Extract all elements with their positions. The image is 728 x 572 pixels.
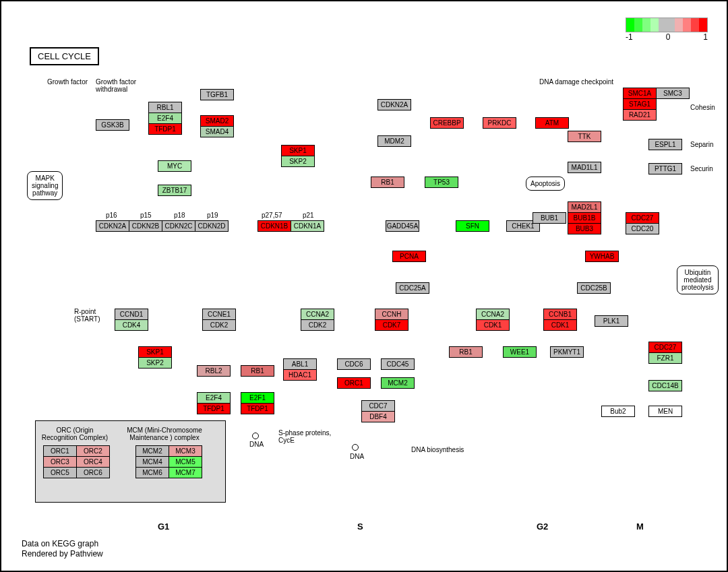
gene-GADD45A: GADD45A — [386, 220, 419, 232]
gene-CDK1: CDK1 — [543, 319, 577, 331]
gene-SKP1: SKP1 — [138, 346, 172, 358]
mcm-label: MCM (Mini-Chromosome Maintenance ) compl… — [121, 426, 208, 441]
gene-TFDP1: TFDP1 — [148, 123, 182, 135]
gene-Bub2: Bub2 — [601, 406, 635, 417]
cohesin: Cohesin — [690, 104, 715, 111]
gene-RB1: RB1 — [449, 346, 483, 358]
p19: p19 — [207, 212, 218, 219]
gene-E2F1: E2F1 — [241, 392, 274, 404]
legend-max: 1 — [703, 32, 708, 42]
gene-ORC1: ORC1 — [337, 377, 371, 389]
gene-MAD1L1: MAD1L1 — [568, 162, 601, 173]
gene-ATM: ATM — [535, 117, 569, 129]
gene-SKP2: SKP2 — [138, 357, 172, 369]
footer-2: Rendered by Pathview — [22, 549, 103, 559]
phase-g2: G2 — [537, 521, 548, 532]
phase-g1: G1 — [158, 521, 169, 532]
gene-SMAD2: SMAD2 — [200, 115, 234, 127]
gene-MCM7: MCM7 — [169, 467, 202, 478]
gene-ABL1: ABL1 — [283, 358, 317, 370]
gene-CCNH: CCNH — [375, 309, 408, 320]
gene-RBL1: RBL1 — [148, 102, 182, 113]
gene-CCNA2: CCNA2 — [301, 309, 334, 320]
gene-BUB3: BUB3 — [568, 223, 601, 234]
gene-TFDP1: TFDP1 — [241, 403, 274, 414]
dna-label-1: DNA — [249, 441, 264, 448]
mapk-box: MAPK signaling pathway — [27, 171, 63, 200]
gene-MEN: MEN — [648, 406, 682, 417]
gene-CDC14B: CDC14B — [648, 380, 682, 391]
securin: Securin — [690, 165, 713, 172]
gene-CREBBP: CREBBP — [430, 117, 464, 129]
gene-MYC: MYC — [158, 160, 191, 172]
gene-CCNE1: CCNE1 — [202, 309, 236, 320]
gene-PTTG1: PTTG1 — [648, 163, 682, 174]
p15: p15 — [140, 212, 152, 219]
growth-factor-label: Growth factor — [47, 78, 88, 86]
gene-STAG1: STAG1 — [623, 98, 657, 110]
gene-MCM2: MCM2 — [135, 445, 169, 457]
gene-MCM6: MCM6 — [135, 467, 169, 478]
diagram-canvas: CELL CYCLE -1 0 1 Growth factor Growth f… — [0, 0, 728, 572]
gene-DBF4: DBF4 — [361, 411, 395, 422]
dna-label-2: DNA — [350, 453, 364, 460]
gene-CDC25A: CDC25A — [396, 282, 429, 294]
gene-TFDP1: TFDP1 — [197, 403, 231, 414]
gene-MCM4: MCM4 — [135, 456, 169, 468]
gene-CDK7: CDK7 — [375, 319, 408, 331]
gene-SMAD4: SMAD4 — [200, 126, 234, 137]
gene-PLK1: PLK1 — [595, 315, 628, 327]
gene-HDAC1: HDAC1 — [283, 369, 317, 381]
gene-MCM5: MCM5 — [169, 456, 202, 468]
p18: p18 — [174, 212, 185, 219]
gene-CDKN2C: CDKN2C — [162, 220, 195, 232]
gene-RBL2: RBL2 — [197, 365, 231, 377]
color-legend: -1 0 1 — [626, 18, 708, 42]
footer-1: Data on KEGG graph — [22, 539, 98, 548]
dna-damage-label: DNA damage checkpoint — [539, 78, 613, 86]
gene-PRKDC: PRKDC — [483, 117, 516, 129]
growth-withdrawal-label: Growth factor withdrawal — [96, 78, 136, 93]
gene-RB1: RB1 — [371, 177, 404, 188]
phase-s: S — [357, 521, 363, 532]
gene-CDC7: CDC7 — [361, 400, 395, 412]
orc-label: ORC (Origin Recognition Complex) — [41, 426, 109, 441]
gene-CDKN2D: CDKN2D — [195, 220, 229, 232]
gene-BUB1B: BUB1B — [568, 212, 601, 224]
gene-SFN: SFN — [456, 220, 489, 232]
gene-CDK4: CDK4 — [115, 319, 148, 331]
gene-CDC27: CDC27 — [648, 342, 682, 353]
gene-ORC4: ORC4 — [76, 456, 110, 468]
p27: p27,57 — [262, 212, 282, 219]
gene-CDKN2A: CDKN2A — [377, 99, 411, 110]
gene-MCM2: MCM2 — [381, 377, 415, 389]
gene-ZBTB17: ZBTB17 — [158, 185, 191, 196]
ubiquitin-box: Ubiquitin mediated proteolysis — [677, 265, 719, 294]
gene-E2F4: E2F4 — [197, 392, 231, 404]
gene-CDKN2A: CDKN2A — [96, 220, 129, 232]
gene-ORC5: ORC5 — [43, 467, 77, 478]
separin: Separin — [690, 141, 713, 148]
gene-WEE1: WEE1 — [503, 346, 537, 358]
gene-YWHAB: YWHAB — [585, 251, 619, 262]
gene-CDC6: CDC6 — [337, 358, 371, 370]
gene-TP53: TP53 — [425, 177, 458, 188]
pathway-title: CELL CYCLE — [30, 47, 99, 65]
gene-PKMYT1: PKMYT1 — [550, 346, 584, 358]
dna-circle-1 — [252, 433, 259, 439]
gene-ORC1: ORC1 — [43, 445, 77, 457]
gene-CDK2: CDK2 — [202, 319, 236, 331]
gene-ORC3: ORC3 — [43, 456, 77, 468]
gene-ORC6: ORC6 — [76, 467, 110, 478]
gene-TGFB1: TGFB1 — [200, 89, 234, 100]
legend-min: -1 — [626, 32, 633, 42]
gene-SKP2: SKP2 — [281, 156, 315, 167]
gene-CDK2: CDK2 — [301, 319, 334, 331]
gene-CDKN2B: CDKN2B — [129, 220, 162, 232]
rpoint: R-point (START) — [74, 308, 100, 323]
gene-CDK1: CDK1 — [476, 319, 510, 331]
apoptosis-box: Apoptosis — [526, 177, 565, 191]
sphase-label: S-phase proteins, CycE — [278, 429, 331, 444]
gene-MAD2L1: MAD2L1 — [568, 201, 601, 213]
gene-CDC27: CDC27 — [626, 212, 659, 224]
